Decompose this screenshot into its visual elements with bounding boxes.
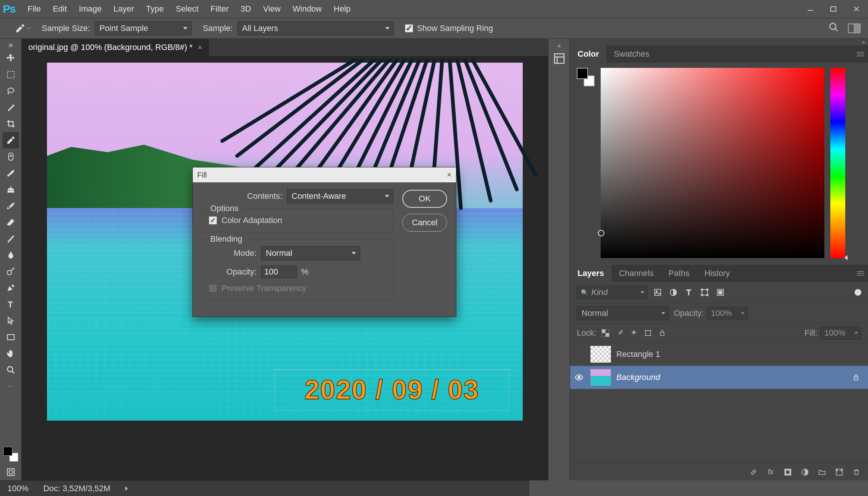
zoom-level[interactable]: 100% [7, 484, 28, 493]
menu-window[interactable]: Window [287, 0, 328, 18]
delete-layer-icon[interactable] [852, 467, 861, 477]
status-more-icon[interactable] [125, 486, 128, 491]
pen-tool[interactable] [3, 280, 19, 296]
color-adaptation-checkbox[interactable]: ✓ Color Adaptation [209, 216, 386, 225]
maximize-button[interactable] [822, 1, 845, 17]
layer-thumbnail[interactable] [590, 346, 611, 363]
fill-dialog-titlebar[interactable]: Fill × [193, 167, 456, 182]
menu-select[interactable]: Select [170, 0, 204, 18]
close-tab-icon[interactable]: × [198, 43, 202, 52]
zoom-tool[interactable] [3, 362, 19, 378]
tab-paths[interactable]: Paths [661, 265, 697, 282]
filter-toggle-icon[interactable] [855, 289, 861, 296]
fg-bg-swatch-panel[interactable] [577, 68, 595, 87]
mode-select[interactable]: Normal [261, 246, 360, 260]
marquee-tool[interactable] [3, 66, 19, 83]
layer-name[interactable]: Rectangle 1 [616, 349, 861, 359]
tab-color[interactable]: Color [570, 45, 606, 63]
menu-file[interactable]: File [22, 0, 47, 18]
healing-brush-tool[interactable] [3, 148, 19, 165]
menu-view[interactable]: View [257, 0, 286, 18]
eyedropper-tool[interactable] [3, 132, 19, 148]
cancel-button[interactable]: Cancel [402, 214, 447, 232]
hand-tool[interactable] [3, 345, 19, 362]
filter-shape-icon[interactable] [700, 288, 710, 297]
layer-opacity-input[interactable]: 100% [707, 307, 748, 320]
brush-tool[interactable] [3, 165, 19, 181]
menu-layer[interactable]: Layer [108, 0, 140, 18]
menu-image[interactable]: Image [73, 0, 107, 18]
filter-pixel-icon[interactable] [653, 288, 663, 297]
layer-thumbnail[interactable] [590, 369, 611, 386]
menu-type[interactable]: Type [140, 0, 170, 18]
show-sampling-ring-checkbox[interactable]: ✓ Show Sampling Ring [405, 23, 493, 33]
filter-adjustment-icon[interactable] [669, 288, 678, 297]
opacity-input[interactable]: 100 [261, 266, 297, 278]
new-layer-icon[interactable] [834, 467, 844, 477]
eraser-tool[interactable] [3, 214, 19, 230]
toolbox-expand-icon[interactable]: » [3, 42, 18, 48]
type-tool[interactable]: T [3, 296, 19, 313]
layer-visibility-icon[interactable] [573, 373, 585, 382]
lock-image-icon[interactable] [615, 329, 624, 338]
search-icon[interactable] [828, 22, 839, 35]
clone-stamp-tool[interactable] [3, 181, 19, 198]
gradient-tool[interactable] [3, 230, 19, 247]
layers-panel-menu-icon[interactable] [853, 265, 868, 282]
ok-button[interactable]: OK [402, 190, 447, 208]
tab-swatches[interactable]: Swatches [606, 45, 657, 63]
menu-edit[interactable]: Edit [47, 0, 73, 18]
layer-item-rectangle1[interactable]: Rectangle 1 [570, 343, 868, 366]
lasso-tool[interactable] [3, 83, 19, 99]
close-window-button[interactable] [845, 1, 868, 17]
layer-item-background[interactable]: Background [570, 366, 868, 389]
tab-history[interactable]: History [697, 265, 737, 282]
dodge-tool[interactable] [3, 263, 19, 280]
layer-mask-icon[interactable] [783, 467, 793, 477]
close-dialog-icon[interactable]: × [447, 170, 452, 180]
sample-select[interactable]: All Layers [237, 21, 394, 35]
lock-all-icon[interactable] [658, 329, 667, 338]
expand-panels-icon[interactable]: « [557, 43, 561, 49]
layer-fill-input[interactable]: 100% [820, 327, 861, 339]
blend-mode-select[interactable]: Normal [577, 306, 669, 320]
toolbox-more-icon[interactable]: ⋯ [7, 382, 14, 390]
color-panel-menu-icon[interactable] [853, 45, 868, 63]
tab-channels[interactable]: Channels [611, 265, 661, 282]
filter-smartobject-icon[interactable] [716, 288, 725, 297]
filter-type-icon[interactable]: T [684, 288, 694, 297]
eyedropper-tool-icon[interactable] [15, 22, 31, 35]
lock-transparency-icon[interactable] [601, 329, 610, 338]
menu-filter[interactable]: Filter [204, 0, 235, 18]
saturation-brightness-field[interactable] [601, 68, 824, 258]
layer-style-icon[interactable]: fx [766, 467, 776, 477]
lock-position-icon[interactable] [629, 329, 638, 338]
rectangle-tool[interactable] [3, 329, 19, 345]
contents-select[interactable]: Content-Aware [287, 189, 393, 203]
minimize-button[interactable] [799, 1, 822, 17]
quick-mask-icon[interactable] [3, 464, 19, 480]
crop-tool[interactable] [3, 116, 19, 132]
panel-collapse-icon[interactable]: « [570, 39, 868, 45]
adjustment-layer-icon[interactable] [800, 467, 810, 477]
magic-wand-tool[interactable] [3, 99, 19, 116]
document-tab[interactable]: original.jpg @ 100% (Background, RGB/8#)… [22, 39, 209, 56]
tab-layers[interactable]: Layers [570, 265, 611, 282]
link-layers-icon[interactable] [749, 467, 758, 477]
workspace-switcher-icon[interactable] [848, 23, 861, 33]
path-selection-tool[interactable] [3, 313, 19, 329]
sample-size-select[interactable]: Point Sample [95, 21, 192, 35]
history-brush-tool[interactable] [3, 198, 19, 214]
properties-panel-icon[interactable] [553, 52, 566, 65]
layer-name[interactable]: Background [616, 373, 846, 382]
canvas-viewport[interactable]: 2020 / 09 / 03 Fill × Contents: Content-… [22, 56, 548, 480]
menu-3d[interactable]: 3D [235, 0, 257, 18]
group-layers-icon[interactable] [817, 467, 827, 477]
fg-bg-swatch[interactable] [3, 447, 18, 462]
move-tool[interactable] [3, 50, 19, 66]
blur-tool[interactable] [3, 247, 19, 263]
layer-kind-filter[interactable]: Kind [577, 286, 648, 299]
hue-slider[interactable] [830, 68, 845, 258]
lock-artboard-icon[interactable] [644, 329, 652, 338]
menu-help[interactable]: Help [328, 0, 356, 18]
